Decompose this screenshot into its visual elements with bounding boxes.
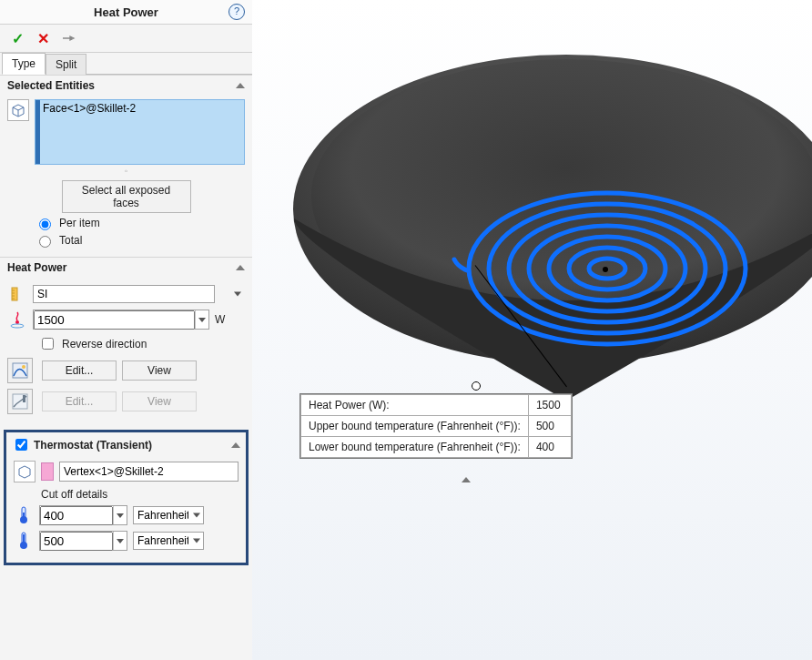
callout-row: Lower bound temperature (Fahrenheit (°F)… xyxy=(301,437,572,458)
section-selected-entities-title: Selected Entities xyxy=(7,79,95,92)
section-selected-entities: Selected Entities Face<1>@Skillet-2 ◦ Se… xyxy=(0,75,252,257)
thermometer-low-icon xyxy=(14,506,34,524)
lower-temp-input[interactable] xyxy=(40,506,113,525)
svg-point-8 xyxy=(22,365,25,369)
panel-header: Heat Power ? xyxy=(0,0,252,25)
callout-label: Upper bound temperature (Fahrenheit (°F)… xyxy=(301,416,529,437)
svg-rect-10 xyxy=(23,395,25,402)
select-all-exposed-faces-button[interactable]: Select all exposed faces xyxy=(62,180,191,213)
lower-temp-combo[interactable] xyxy=(39,505,127,525)
tab-split[interactable]: Split xyxy=(46,54,86,75)
vertex-selection-icon[interactable] xyxy=(14,461,36,482)
section-heat-power: Heat Power SI xyxy=(0,257,252,426)
chevron-down-icon xyxy=(117,539,124,543)
section-thermostat-title: Thermostat (Transient) xyxy=(34,439,152,452)
heat-source-icon xyxy=(7,310,27,330)
thermostat-enable-checkbox[interactable] xyxy=(15,439,27,451)
unit-system-select[interactable]: SI xyxy=(33,285,215,303)
callout-row: Upper bound temperature (Fahrenheit (°F)… xyxy=(301,416,572,437)
time-curve-view-button[interactable]: View xyxy=(122,360,197,381)
reverse-direction-checkbox[interactable] xyxy=(42,338,54,350)
section-heat-power-title: Heat Power xyxy=(7,261,66,274)
section-selected-entities-header[interactable]: Selected Entities xyxy=(0,76,252,96)
callout-leader-endpoint xyxy=(472,381,481,391)
chevron-down-icon xyxy=(117,513,124,518)
upper-temp-combo[interactable] xyxy=(39,531,127,551)
time-curve-edit-button[interactable]: Edit... xyxy=(42,360,117,381)
svg-point-5 xyxy=(15,320,19,324)
total-radio[interactable] xyxy=(39,236,51,248)
cut-off-details-label: Cut off details xyxy=(14,482,239,503)
upper-temp-input[interactable] xyxy=(40,532,113,551)
section-thermostat-header[interactable]: Thermostat (Transient) xyxy=(6,432,246,457)
callout-anchor-point xyxy=(603,267,608,272)
heat-power-value-input[interactable] xyxy=(34,310,195,330)
per-item-radio[interactable] xyxy=(39,218,51,230)
thermostat-vertex-input[interactable] xyxy=(59,462,239,482)
vertex-color-swatch xyxy=(41,462,54,481)
tab-row: Type Split xyxy=(0,53,252,75)
total-label: Total xyxy=(59,234,82,247)
section-heat-power-header[interactable]: Heat Power xyxy=(0,258,252,278)
callout-value: 1500 xyxy=(528,395,571,416)
upper-temp-dropdown[interactable] xyxy=(113,532,127,550)
panel-title: Heat Power xyxy=(94,5,158,19)
lower-temp-dropdown[interactable] xyxy=(113,506,127,524)
graphics-viewport[interactable]: Heat Power (W): 1500 Upper bound tempera… xyxy=(252,0,812,660)
thermometer-high-icon xyxy=(14,532,34,550)
pin-button[interactable] xyxy=(60,30,76,46)
temp-curve-edit-button: Edit... xyxy=(42,391,117,411)
svg-rect-13 xyxy=(23,513,25,519)
chevron-down-icon xyxy=(234,292,241,297)
ruler-icon xyxy=(7,284,27,304)
per-item-label: Per item xyxy=(59,217,100,229)
heat-power-value-combo[interactable] xyxy=(33,310,209,330)
svg-point-6 xyxy=(11,324,24,328)
chevron-up-icon xyxy=(231,442,240,448)
svg-rect-16 xyxy=(23,534,25,544)
callout-label: Heat Power (W): xyxy=(301,395,529,416)
callout-label: Lower bound temperature (Fahrenheit (°F)… xyxy=(301,437,529,458)
time-curve-icon-button[interactable] xyxy=(7,358,33,383)
callout-table[interactable]: Heat Power (W): 1500 Upper bound tempera… xyxy=(299,393,573,459)
svg-rect-7 xyxy=(13,363,27,378)
property-manager-panel: Heat Power ? ✓ ✕ Type Split Selected Ent… xyxy=(0,0,253,660)
help-icon[interactable]: ? xyxy=(228,4,245,20)
heat-power-value-dropdown[interactable] xyxy=(195,310,208,329)
selected-face-item[interactable]: Face<1>@Skillet-2 xyxy=(41,102,242,115)
tab-type[interactable]: Type xyxy=(2,53,46,75)
face-selection-icon[interactable] xyxy=(7,99,29,121)
cancel-button[interactable]: ✕ xyxy=(35,30,51,46)
callout-value: 400 xyxy=(528,437,571,458)
selected-faces-list[interactable]: Face<1>@Skillet-2 xyxy=(35,99,245,165)
temp-curve-view-button: View xyxy=(122,391,197,411)
temp-curve-icon-button[interactable] xyxy=(7,389,33,414)
model-render xyxy=(252,0,812,660)
callout-collapse-arrow-icon[interactable] xyxy=(462,477,471,482)
callout-row: Heat Power (W): 1500 xyxy=(301,395,572,416)
ok-button[interactable]: ✓ xyxy=(9,30,25,46)
chevron-up-icon xyxy=(236,265,245,270)
reverse-direction-label: Reverse direction xyxy=(62,338,147,350)
chevron-up-icon xyxy=(236,83,245,88)
list-resize-grip[interactable]: ◦ xyxy=(7,165,245,177)
lower-temp-unit-select[interactable]: Fahrenheit xyxy=(133,506,204,524)
section-thermostat: Thermostat (Transient) Cut off details xyxy=(4,430,249,565)
upper-temp-unit-select[interactable]: Fahrenheit xyxy=(133,532,204,550)
command-bar: ✓ ✕ xyxy=(0,25,252,53)
heat-power-unit-label: W xyxy=(215,313,225,326)
callout-value: 500 xyxy=(528,416,571,437)
chevron-down-icon xyxy=(198,318,206,322)
